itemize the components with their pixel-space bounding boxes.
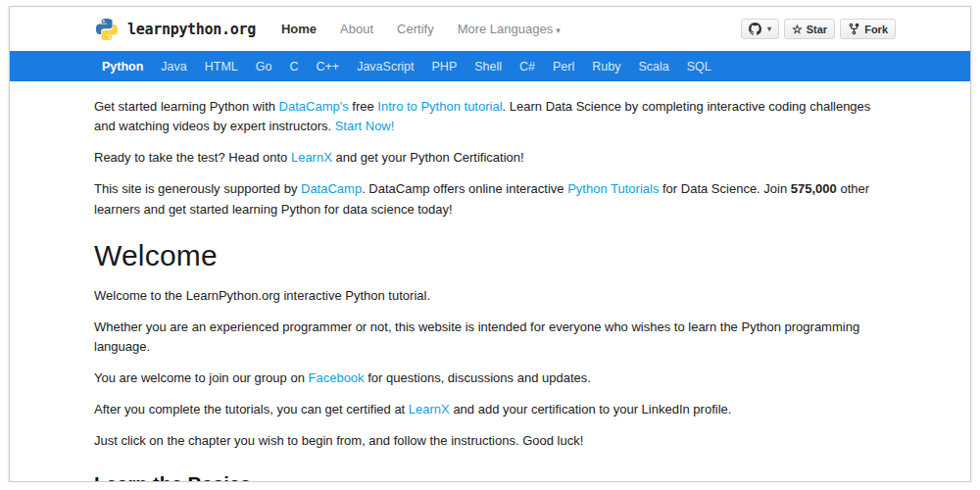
bold-text: 575,000	[791, 181, 837, 196]
nav-more-languages-label: More Languages	[458, 22, 554, 36]
github-mark-icon	[749, 23, 761, 35]
nav-about[interactable]: About	[340, 22, 373, 36]
text-link[interactable]: LearnX	[409, 402, 450, 416]
lang-cpp[interactable]: C++	[308, 60, 349, 74]
text: for Data Science. Join	[659, 181, 790, 196]
text: Ready to take the test? Head onto	[94, 150, 291, 165]
python-logo-icon	[94, 17, 120, 42]
paragraph-certification-promo: Ready to take the test? Head onto LearnX…	[94, 148, 886, 168]
paragraph-welcome-2: Whether you are an experienced programme…	[94, 318, 886, 357]
lang-php[interactable]: PHP	[423, 60, 466, 74]
text: This site is generously supported by	[94, 181, 301, 196]
site-header: learnpython.org Home About Certify More …	[10, 7, 970, 51]
lang-csharp[interactable]: C#	[511, 60, 544, 74]
lang-perl[interactable]: Perl	[544, 60, 583, 74]
nav-more-languages[interactable]: More Languages▾	[458, 22, 561, 36]
text-link[interactable]: Start Now!	[335, 119, 395, 133]
nav-home[interactable]: Home	[281, 22, 317, 36]
github-star-button[interactable]: ☆ Star	[784, 19, 835, 39]
page-title: Welcome	[94, 239, 886, 272]
paragraph-certify: After you complete the tutorials, you ca…	[94, 400, 886, 419]
github-social-button[interactable]: ▾	[741, 19, 779, 39]
github-fork-button[interactable]: Fork	[840, 19, 896, 39]
lang-c[interactable]: C	[280, 60, 307, 74]
text: and get your Python Certification!	[332, 150, 524, 165]
lang-scala[interactable]: Scala	[629, 60, 677, 74]
chevron-down-icon: ▾	[767, 24, 771, 33]
paragraph-welcome-1: Welcome to the LearnPython.org interacti…	[94, 286, 886, 306]
lang-python[interactable]: Python	[93, 60, 152, 74]
text: Whether you are an experienced programme…	[94, 319, 859, 354]
text: Just click on the chapter you wish to be…	[94, 433, 583, 448]
text: Get started learning Python with	[94, 99, 279, 114]
text: free	[349, 99, 378, 114]
text: and add your certification to your Linke…	[450, 402, 732, 416]
text: Welcome to the LearnPython.org interacti…	[94, 288, 430, 303]
text-link[interactable]: Facebook	[309, 370, 365, 385]
lang-sql[interactable]: SQL	[678, 60, 720, 74]
lang-shell[interactable]: Shell	[466, 60, 511, 74]
star-icon: ☆	[792, 24, 803, 35]
brand-name: learnpython.org	[127, 21, 256, 38]
text: for questions, discussions and updates.	[365, 370, 591, 385]
paragraph-facebook: You are welcome to join our group on Fac…	[94, 368, 886, 388]
text-link[interactable]: Python Tutorials	[567, 181, 659, 196]
paragraph-sponsor: This site is generously supported by Dat…	[94, 179, 886, 219]
lang-html[interactable]: HTML	[196, 60, 247, 74]
nav-certify[interactable]: Certify	[397, 22, 434, 36]
page: learnpython.org Home About Certify More …	[9, 6, 971, 482]
text: After you complete the tutorials, you ca…	[94, 402, 409, 416]
lang-ruby[interactable]: Ruby	[583, 60, 629, 74]
text-link[interactable]: LearnX	[291, 150, 332, 165]
text: . DataCamp offers online interactive	[362, 181, 567, 196]
text: You are welcome to join our group on	[94, 370, 309, 385]
paragraph-instructions: Just click on the chapter you wish to be…	[94, 431, 886, 451]
language-nav: Python Java HTML Go C C++ JavaScript PHP…	[10, 51, 970, 81]
github-widgets: ▾ ☆ Star Fork	[736, 19, 896, 39]
paragraph-datacamp-promo: Get started learning Python with DataCam…	[94, 97, 886, 136]
text-link[interactable]: DataCamp	[301, 181, 362, 196]
text-link[interactable]: Intro to Python tutorial	[377, 99, 502, 114]
text-link[interactable]: DataCamp's	[279, 99, 349, 114]
fork-button-label: Fork	[864, 24, 888, 35]
lang-javascript[interactable]: JavaScript	[348, 60, 422, 74]
top-nav: Home About Certify More Languages▾	[281, 22, 584, 36]
chevron-down-icon: ▾	[556, 25, 561, 35]
lang-go[interactable]: Go	[247, 60, 281, 74]
section-title-learn-the-basics: Learn the Basics	[94, 473, 886, 482]
main-content: Get started learning Python with DataCam…	[10, 81, 970, 482]
lang-java[interactable]: Java	[152, 60, 195, 74]
fork-icon	[848, 23, 860, 35]
star-button-label: Star	[807, 24, 827, 35]
brand-logo[interactable]: learnpython.org	[94, 17, 256, 42]
